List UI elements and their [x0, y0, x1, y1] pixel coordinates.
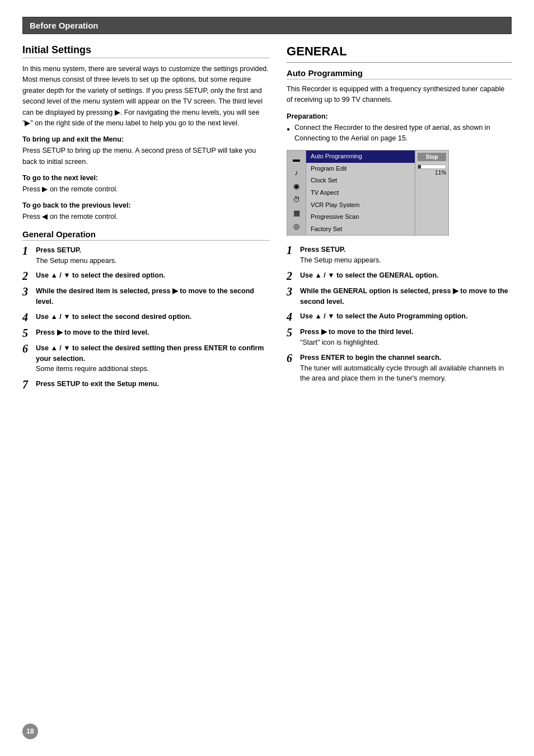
auto-prog-step-1: 1Press SETUP.The Setup menu appears. — [287, 245, 512, 266]
step-bold-text: Use ▲ / ▼ to select the GENERAL option. — [300, 271, 438, 279]
step-bold-text: While the desired item is selected, pres… — [36, 287, 254, 306]
right-column: GENERAL Auto Programming This Recorder i… — [287, 44, 512, 395]
preparation-bullets: ● Connect the Recorder to the desired ty… — [287, 123, 512, 144]
step-content: While the desired item is selected, pres… — [36, 286, 270, 307]
step-content: Press SETUP.The Setup menu appears. — [300, 245, 512, 266]
menu-icon-3: ⏱ — [289, 193, 305, 205]
menu-item-auto-programming: Auto Programming — [306, 151, 415, 163]
step-bold-text: While the GENERAL option is selected, pr… — [300, 287, 508, 306]
step-bold-text: Press SETUP. — [36, 246, 81, 254]
step-content: Use ▲ / ▼ to select the desired setting … — [36, 343, 270, 374]
step-bold-text: Use ▲ / ▼ to select the Auto Programming… — [300, 312, 467, 320]
step-content: Press SETUP.The Setup menu appears. — [36, 245, 270, 266]
step-text: "Start" icon is highlighted. — [300, 339, 380, 346]
step-content: Use ▲ / ▼ to select the second desired o… — [36, 312, 270, 322]
auto-prog-step-4: 4Use ▲ / ▼ to select the Auto Programmin… — [287, 311, 512, 322]
step-bold-text: Press ▶ to move to the third level. — [300, 328, 413, 336]
gen-op-step-5: 5Press ▶ to move to the third level. — [22, 327, 270, 339]
prev-level-text: Press ◀ on the remote control. — [22, 212, 270, 222]
general-title: GENERAL — [287, 44, 512, 59]
menu-stop-button: Stop — [418, 153, 446, 161]
auto-programming-section: Auto Programming This Recorder is equipp… — [287, 68, 512, 384]
step-number: 3 — [287, 286, 298, 297]
step-content: Use ▲ / ▼ to select the GENERAL option. — [300, 270, 512, 281]
step-content: Press SETUP to exit the Setup menu. — [36, 379, 270, 389]
gen-op-step-1: 1Press SETUP.The Setup menu appears. — [22, 245, 270, 266]
menu-progress-percent: 11% — [418, 170, 446, 176]
step-number: 4 — [22, 312, 34, 323]
step-number: 4 — [287, 311, 298, 322]
initial-settings-section: Initial Settings In this menu system, th… — [22, 44, 270, 223]
next-level-heading: To go to the next level: — [22, 174, 270, 182]
menu-right-column: Stop 11% — [415, 151, 448, 235]
step-number: 5 — [287, 327, 298, 338]
auto-prog-step-3: 3While the GENERAL option is selected, p… — [287, 286, 512, 307]
page-header: Before Operation — [22, 17, 512, 34]
auto-prog-step-5: 5Press ▶ to move to the third level."Sta… — [287, 327, 512, 348]
step-content: Press ENTER to begin the channel search.… — [300, 353, 512, 384]
step-bold-text: Press ▶ to move to the third level. — [36, 328, 149, 336]
page-number: 18 — [22, 724, 38, 739]
menu-screenshot: ▬ ♪ ◉ ⏱ ▦ ◎ Auto Programming Program Edi… — [287, 150, 449, 236]
menu-icon-4: ▦ — [289, 206, 305, 219]
step-bold-text: Press ENTER to begin the channel search. — [300, 354, 441, 361]
menu-icon-2: ◉ — [289, 180, 305, 192]
gen-op-step-6: 6Use ▲ / ▼ to select the desired setting… — [22, 343, 270, 374]
menu-item-tv-aspect: TV Aspect — [306, 187, 415, 199]
gen-op-step-3: 3While the desired item is selected, pre… — [22, 286, 270, 307]
step-number: 3 — [22, 286, 34, 297]
menu-icon-1: ♪ — [289, 166, 305, 179]
prev-level-heading: To go back to the previous level: — [22, 201, 270, 209]
step-text: Some items require additional steps. — [36, 365, 149, 373]
step-number: 6 — [287, 353, 298, 364]
step-bold-text: Use ▲ / ▼ to select the second desired o… — [36, 313, 191, 321]
menu-item-program-edit: Program Edit — [306, 163, 415, 175]
step-number: 5 — [22, 327, 34, 339]
preparation-heading: Preparation: — [287, 112, 512, 120]
step-number: 2 — [22, 270, 34, 281]
menu-item-factory-set: Factory Set — [306, 223, 415, 236]
step-content: Press ▶ to move to the third level. — [36, 327, 270, 338]
step-content: Use ▲ / ▼ to select the desired option. — [36, 270, 270, 281]
step-number: 2 — [287, 270, 298, 281]
menu-items-column: Auto Programming Program Edit Clock Set … — [306, 151, 415, 235]
menu-icon-0: ▬ — [289, 153, 305, 165]
step-text: The Setup menu appears. — [300, 256, 381, 264]
step-content: While the GENERAL option is selected, pr… — [300, 286, 512, 307]
step-content: Press ▶ to move to the third level."Star… — [300, 327, 512, 348]
menu-item-progressive-scan: Progressive Scan — [306, 211, 415, 223]
next-level-text: Press ▶ on the remote control. — [22, 184, 270, 195]
auto-programming-intro: This Recorder is equipped with a frequen… — [287, 84, 512, 106]
step-content: Use ▲ / ▼ to select the Auto Programming… — [300, 311, 512, 322]
left-column: Initial Settings In this menu system, th… — [22, 44, 270, 395]
auto-programming-steps: 1Press SETUP.The Setup menu appears.2Use… — [287, 245, 512, 384]
gen-op-step-4: 4Use ▲ / ▼ to select the second desired … — [22, 312, 270, 323]
general-operation-section: General Operation 1Press SETUP.The Setup… — [22, 229, 270, 390]
general-operation-title: General Operation — [22, 229, 270, 241]
auto-prog-step-2: 2Use ▲ / ▼ to select the GENERAL option. — [287, 270, 512, 281]
initial-settings-title: Initial Settings — [22, 44, 270, 58]
step-number: 1 — [287, 245, 298, 256]
step-bold-text: Press SETUP. — [300, 246, 345, 253]
preparation-bullet-item: ● Connect the Recorder to the desired ty… — [287, 123, 512, 144]
menu-progress-bar — [418, 165, 446, 169]
bullet-dot: ● — [287, 125, 291, 133]
menu-icons-column: ▬ ♪ ◉ ⏱ ▦ ◎ — [287, 151, 306, 235]
gen-op-step-7: 7Press SETUP to exit the Setup menu. — [22, 379, 270, 390]
step-bold-text: Press SETUP to exit the Setup menu. — [36, 380, 159, 388]
bring-up-menu-text: Press SETUP to bring up the menu. A seco… — [22, 145, 270, 167]
auto-programming-title: Auto Programming — [287, 68, 512, 79]
menu-progress-fill — [418, 165, 421, 168]
general-operation-steps: 1Press SETUP.The Setup menu appears.2Use… — [22, 245, 270, 390]
menu-item-vcr-play: VCR Play System — [306, 199, 415, 212]
menu-icon-5: ◎ — [289, 220, 305, 232]
gen-op-step-2: 2Use ▲ / ▼ to select the desired option. — [22, 270, 270, 281]
step-text: The tuner will automatically cycle throu… — [300, 364, 504, 383]
step-number: 1 — [22, 245, 34, 256]
auto-prog-step-6: 6Press ENTER to begin the channel search… — [287, 353, 512, 384]
step-bold-text: Use ▲ / ▼ to select the desired setting … — [36, 344, 264, 363]
general-divider — [287, 62, 512, 63]
preparation-bullet-text: Connect the Recorder to the desired type… — [294, 123, 512, 144]
step-number: 6 — [22, 343, 34, 354]
step-bold-text: Use ▲ / ▼ to select the desired option. — [36, 271, 165, 279]
